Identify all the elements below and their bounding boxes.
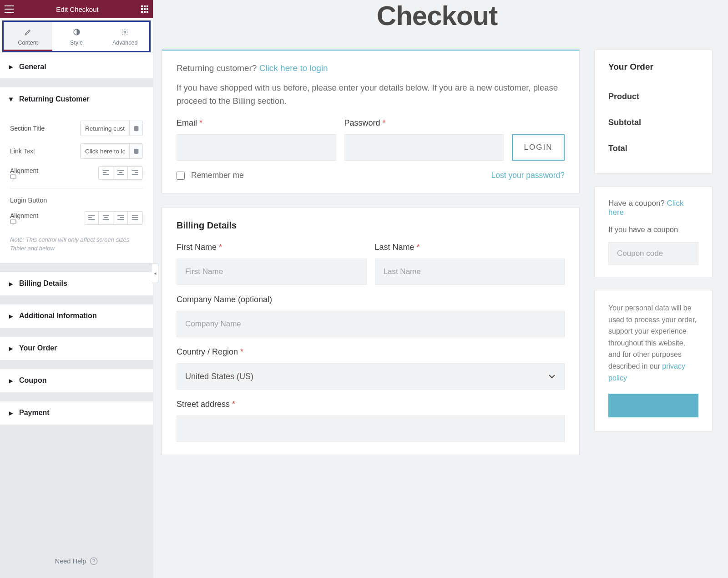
remember-me-checkbox[interactable]: Remember me — [177, 171, 244, 180]
last-name-field[interactable] — [375, 259, 565, 285]
tab-content[interactable]: Content — [4, 22, 52, 51]
street-field[interactable] — [177, 416, 565, 442]
order-product-row: Product — [608, 84, 698, 110]
your-order-heading: Your Order — [608, 62, 698, 72]
link-text-label: Link Text — [10, 147, 35, 155]
pencil-icon — [24, 28, 32, 36]
company-field[interactable] — [177, 311, 565, 337]
country-label: Country / Region * — [177, 347, 565, 357]
section-general[interactable]: ▸ General — [0, 55, 153, 78]
gear-icon — [121, 28, 129, 36]
billing-card: Billing Details First Name * Last Name * — [162, 207, 580, 455]
billing-heading: Billing Details — [177, 220, 565, 231]
dynamic-tags-button[interactable] — [129, 121, 143, 136]
svg-point-10 — [124, 31, 126, 33]
responsive-icon[interactable] — [10, 219, 43, 224]
email-label: Email * — [177, 118, 336, 128]
svg-rect-0 — [141, 5, 143, 7]
email-field[interactable] — [177, 134, 336, 161]
lost-password-link[interactable]: Lost your password? — [491, 171, 565, 180]
first-name-label: First Name * — [177, 243, 367, 252]
alignment-label: Alignment — [10, 167, 43, 179]
coupon-prompt: Have a coupon? — [608, 199, 667, 208]
returning-desc: If you have shopped with us before, plea… — [177, 81, 565, 107]
password-field[interactable] — [344, 134, 504, 161]
dynamic-tags-button[interactable] — [129, 143, 143, 159]
street-label: Street address * — [177, 400, 565, 409]
password-label: Password * — [344, 118, 504, 128]
align-center-button[interactable] — [99, 212, 113, 224]
need-help-link[interactable]: Need Help — [0, 544, 153, 578]
payment-card: Your personal data will be used to proce… — [594, 290, 713, 431]
caret-down-icon: ▾ — [9, 95, 14, 103]
svg-rect-7 — [144, 11, 146, 13]
your-order-card: Your Order Product Subtotal Total — [594, 50, 713, 174]
login-alignment-group — [84, 211, 143, 225]
contrast-icon — [73, 28, 81, 36]
coupon-card: Have a coupon? Click here If you have a … — [594, 187, 713, 277]
login-button[interactable]: LOGIN — [512, 134, 565, 161]
align-left-button[interactable] — [84, 212, 99, 224]
caret-right-icon: ▸ — [9, 279, 14, 288]
section-billing-details[interactable]: ▸Billing Details — [0, 272, 153, 295]
link-text-input[interactable] — [80, 143, 129, 159]
coupon-code-field[interactable] — [608, 242, 698, 265]
caret-right-icon: ▸ — [9, 409, 14, 417]
svg-rect-14 — [10, 220, 16, 223]
tab-advanced[interactable]: Advanced — [101, 22, 149, 51]
login-alignment-label: Alignment — [10, 212, 43, 224]
svg-rect-2 — [147, 5, 148, 7]
last-name-label: Last Name * — [375, 243, 565, 252]
section-coupon[interactable]: ▸Coupon — [0, 369, 153, 392]
section-title-input[interactable] — [80, 121, 129, 136]
login-toggle-link[interactable]: Click here to login — [259, 63, 328, 73]
returning-prompt: Returning customer? — [177, 63, 259, 73]
svg-rect-8 — [147, 11, 148, 13]
company-label: Company Name (optional) — [177, 295, 565, 304]
svg-rect-1 — [144, 5, 146, 7]
caret-right-icon: ▸ — [9, 312, 14, 320]
caret-right-icon: ▸ — [9, 62, 14, 71]
database-icon — [133, 126, 139, 132]
order-subtotal-row: Subtotal — [608, 110, 698, 136]
collapse-sidebar-button[interactable]: ◂ — [152, 263, 158, 283]
section-payment[interactable]: ▸Payment — [0, 401, 153, 425]
caret-right-icon: ▸ — [9, 376, 14, 385]
place-order-button[interactable] — [608, 394, 698, 417]
editor-sidebar: Edit Checkout Content Style Advanced — [0, 0, 153, 578]
align-left-button[interactable] — [99, 167, 113, 179]
database-icon — [133, 148, 139, 154]
menu-icon[interactable] — [5, 5, 14, 13]
apps-icon[interactable] — [141, 5, 148, 13]
align-right-button[interactable] — [128, 167, 142, 179]
svg-rect-6 — [141, 11, 143, 13]
alignment-note: Note: This control will only affect scre… — [10, 232, 143, 254]
country-select[interactable]: United States (US) — [177, 363, 565, 390]
align-center-button[interactable] — [113, 167, 128, 179]
login-button-heading: Login Button — [10, 188, 143, 204]
section-title-label: Section Title — [10, 125, 45, 132]
privacy-text: Your personal data will be used to proce… — [608, 302, 698, 384]
alignment-group — [98, 166, 143, 180]
sidebar-header: Edit Checkout — [0, 0, 153, 18]
caret-right-icon: ▸ — [9, 344, 14, 353]
align-right-button[interactable] — [113, 212, 128, 224]
section-additional-information[interactable]: ▸Additional Information — [0, 304, 153, 328]
svg-rect-5 — [147, 8, 148, 10]
chevron-left-icon: ◂ — [154, 270, 157, 276]
section-your-order[interactable]: ▸Your Order — [0, 337, 153, 360]
order-total-row: Total — [608, 136, 698, 162]
svg-rect-13 — [10, 175, 16, 178]
svg-rect-3 — [141, 8, 143, 10]
first-name-field[interactable] — [177, 259, 367, 285]
returning-customer-card: Returning customer? Click here to login … — [162, 50, 580, 193]
align-justify-button[interactable] — [128, 212, 142, 224]
svg-rect-4 — [144, 8, 146, 10]
coupon-desc: If you have a coupon — [608, 225, 698, 234]
tab-style[interactable]: Style — [52, 22, 101, 51]
tabs-highlight: Content Style Advanced — [2, 20, 151, 52]
help-icon — [90, 557, 98, 565]
preview-canvas: Checkout Returning customer? Click here … — [153, 0, 728, 578]
responsive-icon[interactable] — [10, 174, 43, 179]
section-returning-customer[interactable]: ▾ Returning Customer — [0, 87, 153, 111]
